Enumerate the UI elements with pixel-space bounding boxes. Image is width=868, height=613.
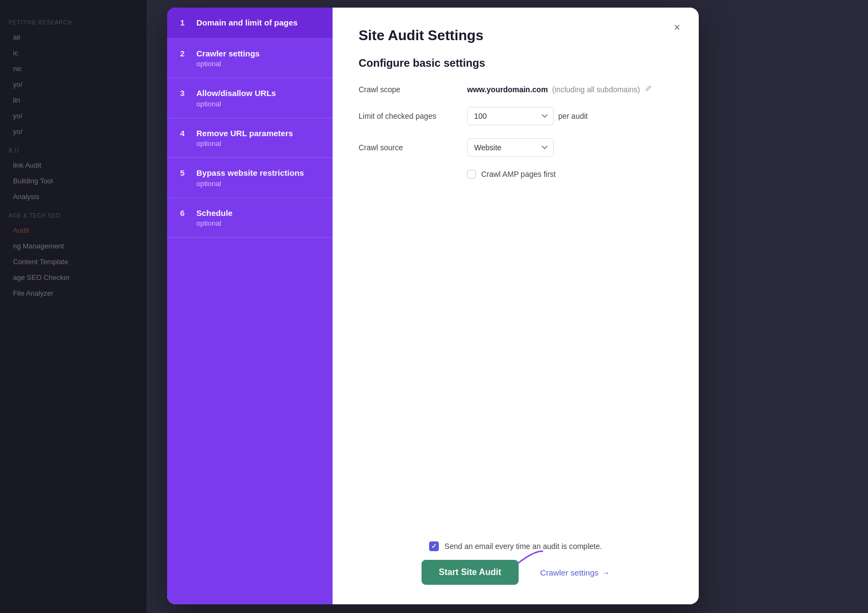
- content-panel: × Site Audit Settings Configure basic se…: [333, 8, 699, 604]
- close-button[interactable]: ×: [668, 18, 686, 36]
- step-2-subtitle: optional: [196, 60, 260, 68]
- limit-pages-select[interactable]: 100 500 1000 5000: [467, 107, 554, 125]
- crawl-source-select[interactable]: Website Sitemap: [467, 138, 554, 157]
- crawler-link-arrow: →: [602, 568, 610, 577]
- domain-text: www.yourdomain.com: [467, 85, 548, 94]
- bottom-buttons: Start Site Audit Crawler settings →: [359, 560, 673, 585]
- step-1-title: Domain and limit of pages: [196, 17, 298, 28]
- step-5-title: Bypass website restrictions: [196, 168, 304, 178]
- step-6-subtitle: optional: [196, 219, 233, 227]
- limit-pages-row: Limit of checked pages 100 500 1000 5000…: [359, 107, 673, 125]
- step-1[interactable]: 1 Domain and limit of pages: [167, 8, 333, 39]
- step-4-subtitle: optional: [196, 139, 293, 148]
- steps-panel: 1 Domain and limit of pages 2 Crawler se…: [167, 8, 333, 604]
- step-4-number: 4: [180, 129, 189, 138]
- subdomain-text: (including all subdomains): [552, 85, 640, 94]
- section-title: Configure basic settings: [359, 57, 673, 69]
- crawl-amp-row: Crawl AMP pages first: [467, 170, 673, 178]
- modal-title: Site Audit Settings: [359, 27, 673, 44]
- email-label: Send an email every time an audit is com…: [444, 542, 602, 551]
- step-5-subtitle: optional: [196, 180, 304, 188]
- bottom-area: Send an email every time an audit is com…: [359, 531, 673, 585]
- crawl-amp-checkbox[interactable]: [467, 170, 476, 178]
- crawl-scope-row: Crawl scope www.yourdomain.com (includin…: [359, 85, 673, 94]
- crawl-scope-value: www.yourdomain.com (including all subdom…: [467, 85, 652, 94]
- step-6-number: 6: [180, 208, 189, 218]
- crawler-settings-link[interactable]: Crawler settings →: [540, 568, 610, 577]
- step-5[interactable]: 5 Bypass website restrictions optional: [167, 158, 333, 198]
- step-6[interactable]: 6 Schedule optional: [167, 198, 333, 238]
- crawler-link-text: Crawler settings: [540, 568, 599, 577]
- step-5-number: 5: [180, 168, 189, 177]
- step-3[interactable]: 3 Allow/disallow URLs optional: [167, 78, 333, 118]
- per-audit-text: per audit: [558, 112, 588, 120]
- limit-pages-value: 100 500 1000 5000 per audit: [467, 107, 588, 125]
- crawl-source-label: Crawl source: [359, 143, 456, 152]
- crawl-source-row: Crawl source Website Sitemap: [359, 138, 673, 157]
- crawl-scope-label: Crawl scope: [359, 85, 456, 94]
- site-audit-modal: 1 Domain and limit of pages 2 Crawler se…: [167, 8, 699, 604]
- crawl-amp-label: Crawl AMP pages first: [481, 170, 556, 178]
- step-1-number: 1: [180, 18, 189, 27]
- step-3-number: 3: [180, 88, 189, 98]
- step-3-subtitle: optional: [196, 100, 276, 108]
- step-4[interactable]: 4 Remove URL parameters optional: [167, 118, 333, 158]
- step-2[interactable]: 2 Crawler settings optional: [167, 39, 333, 79]
- email-checkbox[interactable]: [429, 541, 439, 551]
- step-2-title: Crawler settings: [196, 48, 260, 59]
- crawl-source-value: Website Sitemap: [467, 138, 554, 157]
- step-6-title: Schedule: [196, 208, 233, 219]
- limit-pages-label: Limit of checked pages: [359, 112, 456, 120]
- start-audit-button[interactable]: Start Site Audit: [422, 560, 519, 585]
- step-3-title: Allow/disallow URLs: [196, 88, 276, 99]
- step-4-title: Remove URL parameters: [196, 128, 293, 139]
- email-checkbox-row: Send an email every time an audit is com…: [359, 541, 673, 551]
- edit-icon[interactable]: [644, 85, 652, 94]
- step-2-number: 2: [180, 49, 189, 58]
